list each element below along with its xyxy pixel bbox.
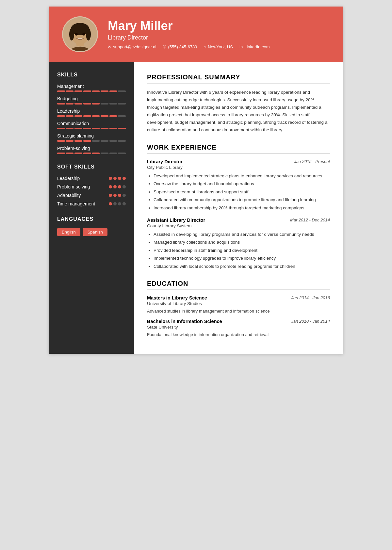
job-bullet: Supervised a team of librarians and supp… [154, 188, 330, 196]
skill-segment [57, 90, 65, 92]
skill-segment [74, 90, 82, 92]
job-bullet: Implemented technology upgrades to impro… [154, 255, 330, 262]
skill-segment [57, 128, 65, 129]
education-list: Masters in Library ScienceJan 2014 - Jan… [147, 295, 330, 337]
soft-skill-dot [118, 194, 121, 197]
job-bullet: Developed and implemented strategic plan… [154, 172, 330, 180]
skill-segment [92, 153, 100, 154]
skill-item: Management [57, 84, 126, 92]
location-icon: ⌂ [204, 44, 206, 49]
skill-segment [118, 153, 126, 154]
svg-point-8 [75, 33, 78, 36]
soft-skill-dot [109, 185, 112, 188]
skill-segment [109, 103, 117, 105]
soft-skill-dot [118, 185, 121, 188]
job-bullet: Provided leadership in staff training an… [154, 247, 330, 254]
soft-skill-dot [109, 194, 112, 197]
soft-skill-dot [122, 177, 126, 180]
skill-segment [92, 140, 100, 142]
skill-segment [109, 128, 117, 129]
skill-bar [57, 90, 126, 92]
linkedin-item: in LinkedIn.com [239, 44, 270, 49]
header-title: Library Director [108, 34, 270, 41]
skill-segment [66, 128, 74, 129]
job-title: Assistant Library Director [147, 218, 205, 223]
avatar [62, 16, 98, 52]
skill-segment [57, 115, 65, 117]
skill-name: Strategic planning [57, 133, 126, 138]
skill-bar [57, 103, 126, 105]
education-title: EDUCATION [147, 280, 330, 290]
job-dates: Mar 2012 - Dec 2014 [290, 218, 330, 222]
language-tag: English [57, 228, 80, 236]
skill-segment [83, 115, 91, 117]
soft-skill-dot [113, 202, 117, 205]
edu-institution: State University [147, 325, 330, 330]
header-info: Mary Miller Library Director ✉ support@c… [108, 19, 270, 49]
soft-skill-item: Problem-solving [57, 184, 126, 189]
skill-item: Problem-solving [57, 146, 126, 154]
job-bullet: Increased library membership by 20% thro… [154, 204, 330, 212]
job-bullet: Oversaw the library budget and financial… [154, 180, 330, 187]
location-item: ⌂ NewYork, US [204, 44, 233, 49]
skill-segment [92, 90, 100, 92]
job-header: Assistant Library DirectorMar 2012 - Dec… [147, 218, 330, 223]
skill-segment [92, 103, 100, 105]
soft-skill-dot [109, 177, 112, 180]
skill-segment [109, 153, 117, 154]
skill-segment [118, 90, 126, 92]
email-value: support@cvdesigner.ai [113, 44, 156, 49]
body: SKILLS ManagementBudgetingLeadershipComm… [49, 62, 343, 354]
linkedin-value: LinkedIn.com [244, 44, 270, 49]
skill-segment [101, 90, 108, 92]
skill-segment [66, 140, 74, 142]
skill-segment [83, 128, 91, 129]
skill-item: Leadership [57, 108, 126, 117]
skill-bar [57, 128, 126, 129]
skill-segment [57, 140, 65, 142]
skill-segment [66, 115, 74, 117]
edu-institution: University of Library Studies [147, 301, 330, 306]
job-company: City Public Library [147, 165, 330, 170]
soft-skill-dot [118, 202, 121, 205]
edu-desc: Advanced studies in library management a… [147, 309, 330, 314]
skill-segment [101, 140, 108, 142]
experience-title: WORK EXPERIENCE [147, 144, 330, 154]
soft-skill-dot [113, 194, 117, 197]
soft-skill-name: Problem-solving [57, 184, 90, 189]
edu-degree: Bachelors in Information Science [147, 319, 222, 324]
skill-segment [109, 115, 117, 117]
skill-name: Leadership [57, 108, 126, 114]
linkedin-icon: in [239, 44, 243, 49]
jobs-list: Library DirectorJan 2015 - PresentCity P… [147, 159, 330, 270]
soft-skill-dot [122, 185, 126, 188]
job-block: Assistant Library DirectorMar 2012 - Dec… [147, 218, 330, 270]
header: Mary Miller Library Director ✉ support@c… [49, 7, 343, 62]
skill-name: Budgeting [57, 96, 126, 101]
skill-bar [57, 115, 126, 117]
skill-item: Strategic planning [57, 133, 126, 142]
skill-segment [74, 115, 82, 117]
soft-skill-name: Time management [57, 201, 95, 206]
edu-dates: Jan 2010 - Jan 2014 [291, 319, 330, 324]
skill-item: Budgeting [57, 96, 126, 105]
phone-item: ✆ (555) 345-6789 [163, 44, 197, 49]
main-content: PROFESSIONAL SUMMARY Innovative Library … [134, 62, 343, 354]
skill-segment [74, 153, 82, 154]
soft-skill-dot [122, 202, 126, 205]
soft-skill-item: Leadership [57, 176, 126, 181]
edu-header: Bachelors in Information ScienceJan 2010… [147, 319, 330, 324]
skill-segment [66, 153, 74, 154]
phone-icon: ✆ [163, 44, 166, 49]
skill-segment [66, 103, 74, 105]
skills-list: ManagementBudgetingLeadershipCommunicati… [57, 84, 126, 154]
skill-segment [83, 103, 91, 105]
skill-segment [83, 153, 91, 154]
location-value: NewYork, US [208, 44, 233, 49]
skill-segment [74, 128, 82, 129]
edu-block: Masters in Library ScienceJan 2014 - Jan… [147, 295, 330, 314]
email-item: ✉ support@cvdesigner.ai [108, 44, 156, 49]
language-tag: Spanish [83, 228, 107, 236]
skill-segment [101, 115, 108, 117]
job-title: Library Director [147, 159, 183, 164]
